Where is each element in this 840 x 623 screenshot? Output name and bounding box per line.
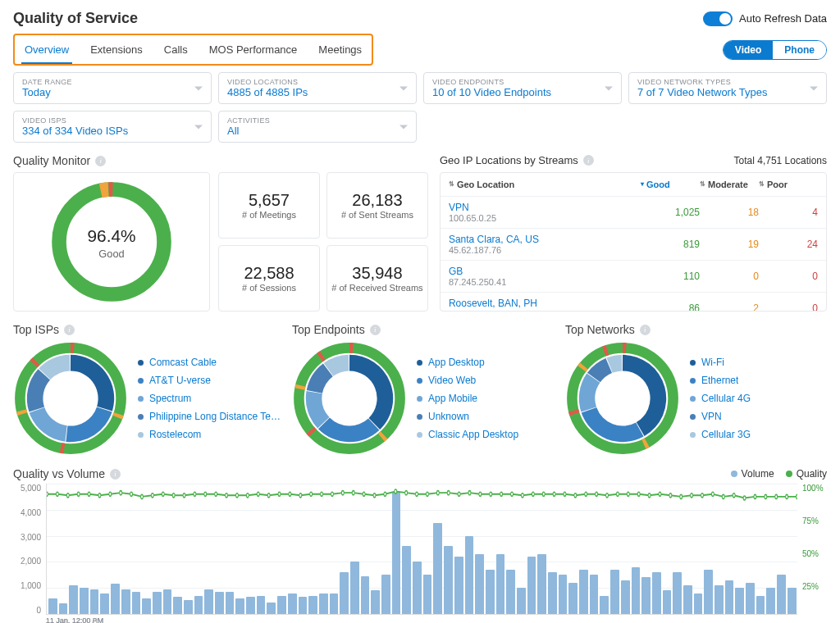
col-header-poor[interactable]: Poor	[767, 180, 788, 189]
svg-point-13	[98, 493, 101, 498]
col-header-location[interactable]: Geo Location	[457, 180, 514, 189]
legend-item[interactable]: Cellular 4G	[690, 389, 751, 407]
stat-sent-streams: 26,183 # of Sent Streams	[326, 172, 428, 239]
legend-label: Ethernet	[701, 375, 738, 386]
legend-item[interactable]: Comcast Cable	[138, 353, 281, 371]
svg-point-34	[321, 492, 323, 496]
auto-refresh-toggle[interactable]	[703, 11, 733, 26]
legend-label: VPN	[701, 411, 722, 422]
svg-point-33	[310, 492, 313, 496]
sort-icon[interactable]: ▾	[641, 181, 644, 188]
legend-label: Classic App Desktop	[428, 429, 518, 440]
legend-item[interactable]: App Mobile	[417, 389, 518, 407]
y-tick-left: 1,000	[13, 581, 41, 590]
svg-point-14	[109, 492, 112, 496]
table-row: Santa Clara, CA, US45.62.187.768191924	[441, 228, 826, 260]
info-icon[interactable]: i	[64, 325, 75, 335]
svg-point-21	[183, 493, 185, 498]
tab-calls[interactable]: Calls	[161, 39, 191, 64]
svg-point-47	[458, 492, 460, 496]
filter-activities[interactable]: ACTIVITIES All	[218, 111, 417, 143]
legend-item[interactable]: App Desktop	[417, 353, 518, 371]
geo-total: Total 4,751 Locations	[734, 155, 827, 166]
svg-point-67	[669, 493, 672, 498]
filter-video-isps[interactable]: VIDEO ISPS 334 of 334 Video ISPs	[13, 111, 212, 143]
svg-point-52	[511, 492, 514, 496]
legend-item[interactable]: Video Web	[417, 371, 518, 389]
volume-dot-icon	[731, 471, 737, 477]
top-networks-donut	[565, 341, 680, 456]
svg-point-41	[395, 489, 397, 493]
page-title: Quality of Service	[13, 10, 138, 27]
svg-point-53	[521, 493, 523, 498]
mode-video-button[interactable]: Video	[724, 41, 773, 59]
legend-item[interactable]: Philippine Long Distance Teleph...	[138, 407, 281, 425]
col-header-moderate[interactable]: Moderate	[708, 180, 748, 189]
y-tick-right: 100%	[802, 484, 827, 493]
stat-received-streams: 35,948 # of Received Streams	[326, 245, 428, 312]
geo-good: 110	[641, 271, 700, 282]
info-icon[interactable]: i	[95, 156, 106, 166]
geo-location-link[interactable]: VPN	[449, 202, 641, 213]
geo-location-link[interactable]: GB	[449, 266, 641, 277]
sort-icon[interactable]: ⇅	[759, 181, 765, 188]
info-icon[interactable]: i	[640, 325, 651, 335]
info-icon[interactable]: i	[583, 155, 594, 166]
top-networks-title: Top Networks	[565, 323, 635, 336]
tab-overview[interactable]: Overview	[21, 39, 72, 64]
svg-point-58	[574, 493, 577, 498]
svg-point-17	[141, 494, 144, 498]
qv-chart: 5,0004,0003,0002,0001,0000 100%75%50%25%…	[13, 484, 827, 623]
qv-x-mid: 11 Jan, 12:00 PM	[46, 616, 104, 623]
tab-extensions[interactable]: Extensions	[87, 39, 146, 64]
legend-item[interactable]: Rostelecom	[138, 425, 281, 443]
legend-item[interactable]: Ethernet	[690, 371, 751, 389]
svg-point-11	[77, 492, 80, 496]
legend-dot-icon	[138, 432, 144, 438]
geo-poor: 4	[759, 207, 818, 218]
geo-poor: 24	[759, 239, 818, 250]
svg-point-56	[553, 492, 555, 496]
legend-item[interactable]: Cellular 3G	[690, 425, 751, 443]
svg-point-49	[479, 492, 482, 496]
col-header-good[interactable]: Good	[646, 180, 670, 189]
geo-location-link[interactable]: Roosevelt, BAN, PH	[449, 298, 641, 309]
filter-date-range[interactable]: DATE RANGE Today	[13, 72, 212, 104]
sort-icon[interactable]: ⇅	[700, 181, 705, 188]
svg-point-22	[194, 492, 196, 496]
filter-video-network-types[interactable]: VIDEO NETWORK TYPES 7 of 7 Video Network…	[628, 72, 827, 104]
svg-point-8	[47, 492, 48, 496]
svg-text:Good: Good	[98, 248, 124, 260]
sort-icon[interactable]: ⇅	[449, 181, 454, 188]
legend-item[interactable]: Classic App Desktop	[417, 425, 518, 443]
svg-point-51	[500, 492, 503, 496]
geo-location-link[interactable]: Santa Clara, CA, US	[449, 234, 641, 245]
legend-label: Cellular 3G	[701, 429, 751, 440]
legend-label: Video Web	[428, 375, 476, 386]
svg-point-35	[331, 492, 333, 496]
svg-point-29	[267, 493, 270, 498]
svg-point-37	[352, 491, 354, 495]
stat-sessions: 22,588 # of Sessions	[218, 245, 320, 312]
top-endpoints-donut	[292, 341, 407, 456]
legend-label: App Mobile	[428, 393, 477, 404]
svg-point-71	[711, 492, 714, 496]
info-icon[interactable]: i	[110, 469, 121, 480]
qv-title: Quality vs Volume	[13, 467, 105, 480]
legend-item[interactable]: VPN	[690, 407, 751, 425]
info-icon[interactable]: i	[370, 325, 381, 335]
tab-meetings[interactable]: Meetings	[315, 39, 365, 64]
legend-item[interactable]: Spectrum	[138, 389, 281, 407]
filter-label: DATE RANGE	[22, 78, 203, 86]
geo-ip: 87.245.250.41	[449, 277, 641, 287]
tab-mos-performance[interactable]: MOS Performance	[206, 39, 301, 64]
legend-item[interactable]: Wi-Fi	[690, 353, 751, 371]
legend-item[interactable]: AT&T U-verse	[138, 371, 281, 389]
geo-moderate: 2	[700, 302, 759, 311]
geo-good: 86	[641, 302, 700, 311]
y-tick-left: 3,000	[13, 533, 41, 542]
filter-video-endpoints[interactable]: VIDEO ENDPOINTS 10 of 10 Video Endpoints	[423, 72, 622, 104]
filter-video-locations[interactable]: VIDEO LOCATIONS 4885 of 4885 IPs	[218, 72, 417, 104]
legend-item[interactable]: Unknown	[417, 407, 518, 425]
mode-phone-button[interactable]: Phone	[773, 41, 826, 59]
